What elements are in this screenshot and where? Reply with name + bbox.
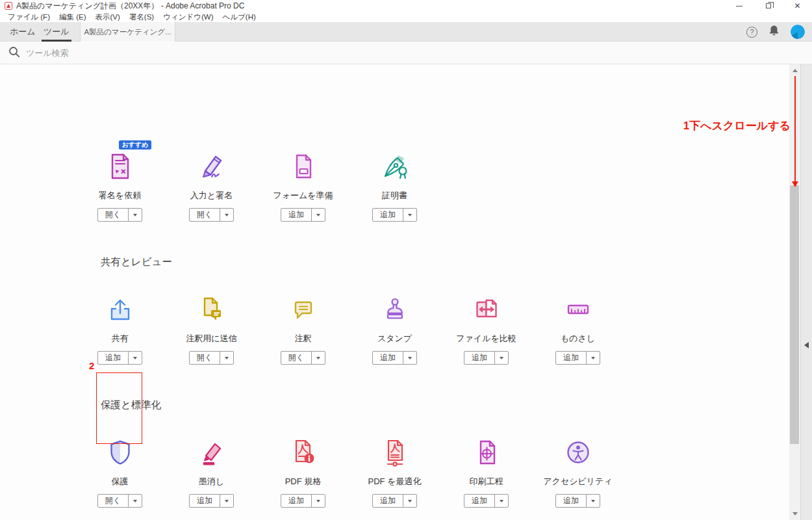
window-title: A製品のマーケティング計画（20XX年） - Adobe Acrobat Pro… [16,1,244,12]
menu-item-window[interactable]: ウィンドウ(W) [159,12,218,22]
caret-down-icon [316,500,320,502]
tool-measure: ものさし 追加 [532,294,624,365]
pdf-standards-icon[interactable] [288,437,319,468]
protect-action-button[interactable]: 開く [98,495,128,507]
dropdown-arrow-button[interactable] [494,495,508,507]
optimize-pdf-icon[interactable] [379,437,411,468]
tool-label: スタンプ [377,333,412,344]
tool-label: 共有 [112,333,129,344]
tab-document[interactable]: A製品のマーケティング... [80,22,175,42]
close-button[interactable]: ✕ [783,0,812,12]
send-for-comments-action-button[interactable]: 開く [190,352,220,364]
comment-icon[interactable] [288,294,319,325]
tool-share: 共有 追加 [74,294,166,365]
tool-label: PDF を最適化 [368,476,422,488]
redact-icon[interactable] [196,437,227,468]
accessibility-action-button[interactable]: 追加 [556,495,586,507]
comment-action-split-button: 開く [281,351,325,365]
print-production-action-split-button: 追加 [464,494,509,508]
tool-send-for-comments: 注釈用に送信 開く [166,294,257,365]
dropdown-arrow-button[interactable] [128,209,142,221]
tab-tools[interactable]: ツール [42,22,71,42]
pdf-standards-action-button[interactable]: 追加 [281,495,311,507]
help-icon[interactable]: ? [746,27,757,38]
menu-item-file[interactable]: ファイル (F) [3,12,55,22]
search-icon [8,46,20,60]
dropdown-arrow-button[interactable] [494,352,508,364]
minimize-button[interactable] [724,0,754,12]
dropdown-arrow-button[interactable] [311,495,325,507]
recommended-badge: おすすめ [119,140,152,150]
certificates-action-button[interactable]: 追加 [373,209,403,221]
panel-expand-chevron-icon[interactable] [804,342,809,348]
caret-down-icon [225,500,229,502]
dropdown-arrow-button[interactable] [586,352,600,364]
tool-row-signatures: おすすめ 署名を依頼 開く 入力と署名 開く フォームを準備 追加 証明書 追加 [74,151,440,222]
dropdown-arrow-button[interactable] [403,352,416,364]
prepare-form-icon[interactable] [288,151,319,182]
compare-files-action-button[interactable]: 追加 [464,352,494,364]
dropdown-arrow-button[interactable] [586,495,600,507]
menu-item-sign[interactable]: 署名(S) [125,12,159,22]
tool-redact: 墨消し 追加 [166,437,257,508]
dropdown-arrow-button[interactable] [311,352,325,364]
share-icon[interactable] [105,294,136,325]
tab-bar: ホーム ツール A製品のマーケティング... ? [0,22,812,42]
fill-sign-icon[interactable] [196,151,227,182]
dropdown-arrow-button[interactable] [128,352,142,364]
pdf-standards-action-split-button: 追加 [281,494,325,508]
comment-action-button[interactable]: 開く [281,352,311,364]
scroll-down-arrow[interactable] [789,508,800,519]
optimize-pdf-action-button[interactable]: 追加 [373,495,403,507]
annotation-step1-scroll-down: 1下へスクロールする [683,118,791,133]
caret-down-icon [408,357,412,359]
tool-certificates: 証明書 追加 [349,151,440,222]
prepare-form-action-button[interactable]: 追加 [281,209,311,221]
dropdown-arrow-button[interactable] [403,495,416,507]
certificates-icon[interactable] [379,151,411,182]
tool-optimize-pdf: PDF を最適化 追加 [349,437,440,508]
tool-label: 印刷工程 [470,476,503,488]
tool-row-share-review: 共有 追加 注釈用に送信 開く 注釈 開く スタンプ 追加 ファイルを比較 追加 [74,294,624,365]
dropdown-arrow-button[interactable] [403,209,416,221]
request-signatures-action-button[interactable]: 開く [98,209,128,221]
caret-down-icon [500,357,503,359]
tool-label: 墨消し [199,476,224,488]
caret-down-icon [133,500,137,502]
tool-pdf-standards: PDF 規格 追加 [257,437,349,508]
fill-sign-action-button[interactable]: 開く [190,209,220,221]
notifications-bell-icon[interactable] [768,25,780,39]
account-avatar[interactable] [791,25,805,39]
measure-icon[interactable] [563,294,594,325]
search-input[interactable] [26,48,286,58]
caret-down-icon [225,357,229,359]
stamp-icon[interactable] [379,294,411,325]
measure-action-button[interactable]: 追加 [556,352,586,364]
share-action-button[interactable]: 追加 [98,352,128,364]
dropdown-arrow-button[interactable] [220,352,233,364]
redact-action-button[interactable]: 追加 [190,495,220,507]
stamp-action-button[interactable]: 追加 [373,352,403,364]
print-production-action-button[interactable]: 追加 [464,495,494,507]
redact-action-split-button: 追加 [189,494,234,508]
tool-search-bar [0,42,812,64]
restore-icon [766,3,771,8]
tool-accessibility: アクセシビリティ 追加 [532,437,624,508]
tab-home[interactable]: ホーム [8,22,38,42]
dropdown-arrow-button[interactable] [128,495,142,507]
scroll-up-arrow[interactable] [789,65,800,76]
print-production-icon[interactable] [471,437,502,468]
dropdown-arrow-button[interactable] [311,209,325,221]
dropdown-arrow-button[interactable] [220,495,233,507]
send-for-comments-icon[interactable] [196,294,227,325]
menu-item-edit[interactable]: 編集 (E) [55,12,91,22]
caret-down-icon [316,214,320,216]
menu-item-help[interactable]: ヘルプ(H) [218,12,260,22]
request-signatures-icon[interactable] [105,151,136,182]
scrollbar-thumb[interactable] [790,185,799,444]
accessibility-icon[interactable] [563,437,594,468]
dropdown-arrow-button[interactable] [220,209,233,221]
compare-files-icon[interactable] [471,294,502,325]
restore-button[interactable] [754,0,783,12]
menu-item-view[interactable]: 表示(V) [91,12,125,22]
